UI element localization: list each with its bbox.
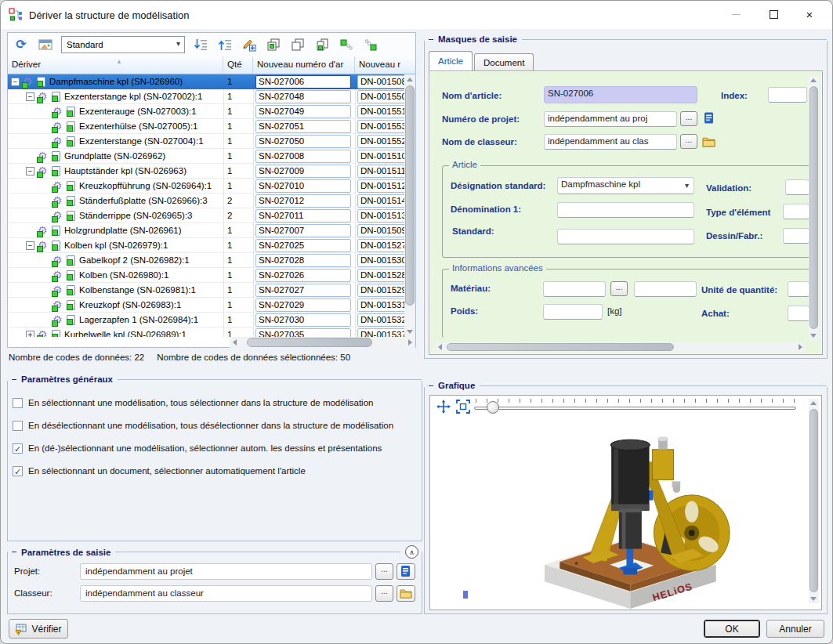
validation-input[interactable] <box>785 179 809 195</box>
zoom-slider-knob[interactable] <box>487 401 499 414</box>
zoom-slider-track[interactable] <box>474 407 796 410</box>
table-row[interactable]: ⚙Ständerrippe (SN-026965):32SN-027011DN-… <box>8 208 415 223</box>
standard-input[interactable] <box>557 229 694 244</box>
unlink-button[interactable] <box>338 36 355 53</box>
grid-horizontal-scrollbar[interactable] <box>230 337 415 348</box>
project-card-icon[interactable] <box>704 111 715 125</box>
collapse-expander-icon[interactable]: − <box>26 241 34 250</box>
copy-button[interactable] <box>289 36 306 53</box>
link-button[interactable] <box>362 36 379 53</box>
mask-vertical-scrollbar[interactable] <box>809 76 819 340</box>
material-input[interactable] <box>543 281 606 297</box>
graphic-viewport[interactable]: HELiOS <box>429 395 822 610</box>
table-row[interactable]: ⚙Grundplatte (SN-026962)1SN-027008DN-001… <box>8 149 415 164</box>
collapse-expander-icon[interactable]: − <box>26 92 34 101</box>
new-article-number-input[interactable]: SN-027035 <box>255 328 351 338</box>
checkbox[interactable] <box>13 421 23 431</box>
project-card-button[interactable] <box>397 563 415 580</box>
project-browse-button[interactable]: ... <box>375 563 393 580</box>
table-row[interactable]: ⚙Kolbenstange (SN-026981):11SN-027027DN-… <box>8 283 415 298</box>
column-header-qte[interactable]: Qté <box>223 56 253 74</box>
table-row[interactable]: ⚙Lagerzapfen 1 (SN-026984):11SN-027030DN… <box>8 313 415 327</box>
mask-editor-button[interactable] <box>37 36 54 53</box>
new-article-number-input[interactable]: SN-027029 <box>255 298 351 312</box>
collapse-expander-icon[interactable]: − <box>11 78 20 86</box>
copy-document-button[interactable] <box>313 36 331 53</box>
new-article-number-input[interactable]: SN-027006 <box>255 75 351 89</box>
new-article-number-input[interactable]: SN-027007 <box>255 224 351 237</box>
expand-expander-icon[interactable]: + <box>26 331 34 338</box>
table-row[interactable]: ⚙Kreuzkopf (SN-026983):11SN-027029DN-001… <box>8 298 415 313</box>
new-article-number-input[interactable]: SN-027051 <box>255 120 351 133</box>
new-article-number-input[interactable]: SN-027012 <box>255 194 351 208</box>
article-name-input[interactable]: SN-027006 <box>544 86 697 103</box>
new-article-number-input[interactable]: SN-027025 <box>255 239 351 252</box>
table-row[interactable]: ⚙Holzgrundplatte (SN-026961)1SN-027007DN… <box>8 223 415 238</box>
column-header-new-doc[interactable]: Nouveau r <box>355 56 415 74</box>
tab-article[interactable]: Article <box>429 51 473 71</box>
project-input[interactable]: indépendamment au projet <box>80 563 372 580</box>
table-row[interactable]: −⚙Kolben kpl (SN-026979):11SN-027025DN-0… <box>8 238 415 253</box>
table-row[interactable]: ⚙Exzenterauge (SN-027003):11SN-027049DN-… <box>8 104 415 119</box>
preset-combobox[interactable]: Standard ▾ <box>61 36 185 53</box>
folder-icon[interactable] <box>702 136 715 147</box>
new-article-number-input[interactable]: SN-027027 <box>255 284 351 297</box>
new-article-number-input[interactable]: SN-027028 <box>255 254 351 267</box>
table-row[interactable]: −⚙Exzenterstange kpl (SN-027002):11SN-02… <box>8 89 415 104</box>
grid-vertical-scrollbar[interactable] <box>404 74 415 337</box>
expand-all-button[interactable] <box>192 36 209 53</box>
project-number-input[interactable]: indépendamment au proj <box>544 111 677 127</box>
new-article-number-input[interactable]: SN-027050 <box>255 135 351 148</box>
table-row[interactable]: +⚙Kurbelwelle kpl (SN-026989):11SN-02703… <box>8 327 415 337</box>
column-header-new-article[interactable]: Nouveau numéro d'ar <box>253 56 355 74</box>
binder-name-browse-button[interactable]: ... <box>680 134 697 149</box>
new-article-number-input[interactable]: SN-027030 <box>255 313 351 327</box>
graphic-vertical-scrollbar[interactable] <box>809 399 819 603</box>
new-article-number-input[interactable]: SN-027010 <box>255 179 351 193</box>
quantity-unit-input[interactable] <box>788 281 809 297</box>
new-article-number-input[interactable]: SN-027009 <box>255 165 351 178</box>
binder-input[interactable]: indépendamment au classeur <box>80 585 372 602</box>
checkbox[interactable] <box>13 398 23 408</box>
refresh-button[interactable]: ⟳ <box>13 36 30 53</box>
column-header-deriver[interactable]: Dériver ▲ <box>8 56 223 74</box>
ok-button[interactable]: OK <box>704 620 760 638</box>
purchase-input[interactable] <box>788 306 809 321</box>
maximize-button[interactable] <box>755 1 791 27</box>
material-browse-button[interactable]: ... <box>610 281 628 296</box>
fit-view-icon[interactable] <box>456 400 470 414</box>
new-article-number-input[interactable]: SN-027026 <box>255 269 351 282</box>
weight-input[interactable] <box>543 304 603 320</box>
table-row[interactable]: ⚙Ständerfußplatte (SN-026966):32SN-02701… <box>8 194 415 208</box>
binder-name-input[interactable]: indépendamment au clas <box>544 134 677 150</box>
element-type-input[interactable] <box>783 204 809 219</box>
collapse-all-button[interactable] <box>216 36 234 53</box>
drawing-fabr-input[interactable] <box>783 228 809 244</box>
table-row[interactable]: ⚙Exzenterstange (SN-027004):11SN-027050D… <box>8 134 415 149</box>
edit-add-button[interactable] <box>241 36 258 53</box>
table-row[interactable]: −⚙Hauptständer kpl (SN-026963)1SN-027009… <box>8 164 415 179</box>
checkbox[interactable]: ✓ <box>13 443 23 454</box>
table-row[interactable]: ⚙Kreuzkopfführung (SN-026964):11SN-02701… <box>8 179 415 194</box>
table-row[interactable]: −⚙Dampfmaschine kpl (SN-026960)1SN-02700… <box>8 74 415 89</box>
material-name-input[interactable] <box>634 281 697 297</box>
checkbox[interactable]: ✓ <box>13 466 23 476</box>
standard-designation-combobox[interactable]: Dampfmaschine kpl ▾ <box>557 177 694 194</box>
pan-icon[interactable] <box>436 400 451 414</box>
collapse-expander-icon[interactable]: − <box>26 167 34 175</box>
table-row[interactable]: ⚙Gabelkopf 2 (SN-026982):11SN-027028DN-0… <box>8 253 415 268</box>
grid-header[interactable]: Dériver ▲ Qté Nouveau numéro d'ar Nouvea… <box>8 56 415 74</box>
close-button[interactable]: × <box>791 1 828 27</box>
table-row[interactable]: ⚙Exzenterhülse (SN-027005):11SN-027051DN… <box>8 119 415 134</box>
index-input[interactable] <box>768 87 807 103</box>
new-article-number-input[interactable]: SN-027048 <box>255 90 351 103</box>
new-article-number-input[interactable]: SN-027049 <box>255 105 351 118</box>
binder-folder-button[interactable] <box>397 585 415 602</box>
denomination-input[interactable] <box>557 202 694 218</box>
new-article-number-input[interactable]: SN-027008 <box>255 150 351 163</box>
project-number-browse-button[interactable]: ... <box>680 111 697 126</box>
binder-browse-button[interactable]: ... <box>375 585 393 602</box>
collapse-group-button[interactable]: ∧ <box>405 545 418 559</box>
cancel-button[interactable]: Annuler <box>766 620 824 638</box>
tab-document[interactable]: Document <box>474 53 534 71</box>
